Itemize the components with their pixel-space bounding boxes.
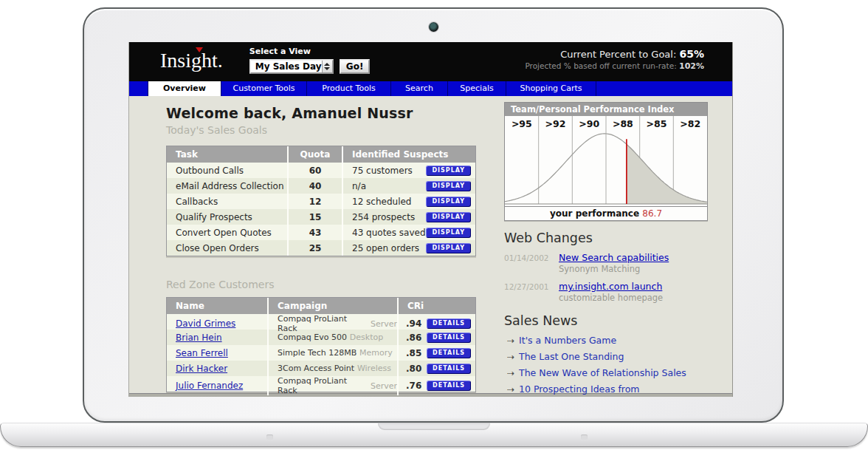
news-item[interactable]: ⇢It's a Numbers Game [504, 333, 708, 349]
quota-cell: 60 [287, 163, 342, 178]
change-description: customizable homepage [559, 293, 708, 303]
dashed-arrow-icon: ⇢ [507, 352, 514, 362]
top-header-bar: Insight. Select a View My Sales Day Go! [129, 42, 732, 81]
table-row: Callbacks 12 12 scheduled DISPLAY [167, 194, 475, 209]
cri-value: .85 [399, 348, 427, 358]
sales-news-list: ⇢It's a Numbers Game ⇢The Last One Stand… [504, 333, 708, 398]
details-button[interactable]: DETAILS [427, 333, 471, 343]
cri-cell: .85 DETAILS [397, 345, 475, 361]
arrow-down-icon [324, 67, 330, 70]
customer-link[interactable]: Dirk Hacker [176, 364, 227, 374]
performance-chart: >95 >92 >90 >88 >85 >82 [505, 116, 707, 206]
view-select[interactable]: My Sales Day [249, 59, 334, 74]
task-cell: Convert Open Quotes [167, 228, 287, 238]
goal-value: 65% [679, 48, 704, 60]
sales-goals-table: Task Quota Identified Suspects Outbound … [166, 146, 476, 256]
suspects-cell: 43 quotes saved DISPLAY [342, 225, 475, 240]
performance-index-panel: Team/Personal Performance Index >95 >92 … [504, 102, 708, 221]
task-cell: Qualify Prospects [167, 212, 287, 222]
details-button[interactable]: DETAILS [427, 318, 471, 329]
details-button[interactable]: DETAILS [427, 364, 471, 374]
task-cell: eMail Address Collection [167, 181, 287, 191]
quota-cell: 25 [287, 240, 342, 256]
news-item[interactable]: ⇢10 Prospecting Ideas from [504, 381, 708, 398]
details-button[interactable]: DETAILS [427, 348, 471, 358]
view-selector-group: Select a View My Sales Day Go! [249, 47, 371, 74]
laptop-lid-notch [378, 423, 490, 430]
suspects-cell: 75 customers DISPLAY [342, 163, 475, 178]
news-item[interactable]: ⇢The Last One Standing [504, 349, 708, 365]
customer-link[interactable]: Julio Fernandez [176, 381, 243, 391]
cri-cell: .76 DETAILS [397, 376, 475, 395]
change-description: Synonym Matching [559, 264, 708, 274]
news-item-label: The New Wave of Relationship Sales [519, 367, 686, 378]
campaign-cell: Compaq Evo 500 Desktop [267, 330, 397, 345]
change-link[interactable]: my.insight.com launch [559, 281, 708, 292]
details-button[interactable]: DETAILS [427, 381, 471, 391]
tab-specials[interactable]: Specials [448, 81, 506, 96]
customer-link[interactable]: David Grimes [176, 318, 235, 329]
bin-label: >85 [640, 118, 674, 129]
display-button[interactable]: DISPLAY [426, 212, 471, 222]
suspects-text: 75 customers [352, 166, 426, 176]
display-button[interactable]: DISPLAY [426, 181, 471, 191]
table-row: Julio Fernandez Compaq ProLiant Rack Ser… [167, 376, 475, 392]
suspects-text: 12 scheduled [352, 197, 426, 207]
goal-label: Current Percent to Goal: [560, 49, 676, 60]
campaign-cell: Simple Tech 128MB Memory [267, 345, 397, 361]
web-changes-section: Web Changes 01/14/2002 New Search capabi… [504, 231, 708, 303]
arrow-up-icon [324, 63, 330, 66]
current-goal-line: Current Percent to Goal: 65% [525, 48, 704, 60]
tab-overview[interactable]: Overview [148, 81, 221, 96]
sales-news-title: Sales News [504, 313, 708, 328]
cri-value: .94 [399, 318, 427, 329]
suspects-text: 25 open orders [352, 243, 426, 253]
browser-page: Insight. Select a View My Sales Day Go! [129, 42, 732, 397]
news-item[interactable]: ⇢The New Wave of Relationship Sales [504, 365, 708, 381]
tab-product-tools[interactable]: Product Tools [307, 81, 391, 96]
display-button[interactable]: DISPLAY [426, 243, 471, 253]
change-link[interactable]: New Search capabilities [559, 252, 708, 263]
table-row: Brian Hein Compaq Evo 500 Desktop .86 DE… [167, 330, 475, 345]
change-date: 01/14/2002 [504, 252, 553, 263]
bin-label: >82 [673, 118, 707, 129]
go-button[interactable]: Go! [340, 59, 371, 74]
news-item-label: 10 Prospecting Ideas from [519, 383, 639, 395]
quota-cell: 15 [287, 209, 342, 225]
nav-filler [596, 81, 732, 96]
table-row: Qualify Prospects 15 254 prospects DISPL… [167, 209, 475, 225]
goal-status-block: Current Percent to Goal: 65% Projected %… [525, 48, 704, 71]
campaign-category: Memory [359, 348, 393, 358]
campaign-category: Wireless [357, 364, 391, 373]
display-button[interactable]: DISPLAY [426, 166, 471, 176]
tab-search[interactable]: Search [391, 81, 448, 96]
task-cell: Outbound Calls [167, 166, 287, 176]
sales-news-section: Sales News ⇢It's a Numbers Game ⇢The Las… [504, 313, 708, 398]
sales-goals-subtitle: Today's Sales Goals [166, 124, 476, 136]
campaign-text: Compaq Evo 500 [278, 333, 347, 342]
suspects-cell: 254 prospects DISPLAY [342, 209, 475, 225]
table-row: Close Open Orders 25 25 open orders DISP… [167, 240, 475, 256]
tab-shopping-carts[interactable]: Shopping Carts [506, 81, 596, 96]
table-row: Dirk Hacker 3Com Access Point Wireless .… [167, 361, 475, 376]
campaign-cell: 3Com Access Point Wireless [267, 361, 397, 376]
suspects-text: 254 prospects [352, 212, 426, 222]
tab-customer-tools[interactable]: Customer Tools [221, 81, 307, 96]
goals-header-row: Task Quota Identified Suspects [167, 146, 475, 163]
customer-link[interactable]: Sean Ferrell [176, 348, 228, 358]
web-change-entry: 12/27/2001 my.insight.com launch customi… [504, 281, 708, 303]
display-button[interactable]: DISPLAY [426, 197, 471, 207]
performance-value: 86.7 [642, 208, 662, 219]
campaign-category: Server [371, 381, 397, 391]
quota-cell: 43 [287, 225, 342, 240]
select-spinner-icon[interactable] [322, 61, 332, 72]
cri-cell: .86 DETAILS [397, 330, 475, 345]
laptop-base [0, 423, 868, 447]
quota-cell: 40 [287, 178, 342, 194]
red-zone-header-row: Name Campaign CRi [167, 298, 475, 314]
customer-link[interactable]: Brian Hein [176, 333, 222, 343]
logo-text: Insight. [160, 49, 223, 72]
web-changes-title: Web Changes [504, 231, 708, 245]
performance-label: your performance [550, 208, 639, 219]
display-button[interactable]: DISPLAY [426, 228, 471, 238]
